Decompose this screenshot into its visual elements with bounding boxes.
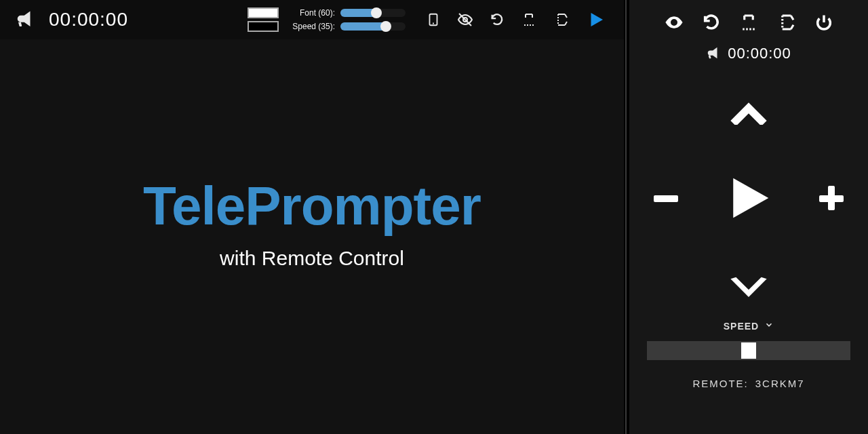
main-topbar: 00:00:00 Font (60): Speed (35): bbox=[0, 0, 624, 39]
scroll-speed-slider[interactable] bbox=[340, 22, 406, 31]
remote-iconbar bbox=[664, 12, 833, 33]
tablet-icon[interactable] bbox=[426, 12, 441, 27]
bullhorn-icon bbox=[706, 46, 721, 61]
eye-icon[interactable] bbox=[664, 12, 684, 33]
remote-code-label: REMOTE: bbox=[692, 378, 748, 389]
font-size-label: Font (60): bbox=[300, 8, 335, 18]
speed-down-button[interactable] bbox=[727, 271, 770, 301]
flip-vertical-icon[interactable] bbox=[776, 12, 797, 33]
power-icon[interactable] bbox=[814, 13, 833, 32]
flip-horizontal-icon[interactable] bbox=[521, 12, 537, 28]
main-pane: 00:00:00 Font (60): Speed (35): bbox=[0, 0, 624, 434]
remote-speed-slider[interactable] bbox=[647, 341, 850, 360]
svg-point-4 bbox=[673, 21, 676, 24]
background-color-swatch[interactable] bbox=[248, 21, 279, 32]
remote-code-row: REMOTE: 3CRKM7 bbox=[692, 378, 804, 389]
script-viewport: TelePrompter with Remote Control bbox=[0, 39, 624, 434]
eye-slash-icon[interactable] bbox=[457, 12, 473, 28]
remote-pane: 00:00:00 SPEED REM bbox=[629, 0, 868, 434]
chevron-down-icon bbox=[764, 320, 774, 332]
remote-code-value: 3CRKM7 bbox=[755, 378, 805, 389]
remote-timer-row: 00:00:00 bbox=[706, 45, 791, 62]
font-size-slider[interactable] bbox=[340, 9, 406, 17]
flip-vertical-icon[interactable] bbox=[553, 12, 570, 28]
script-title: TelePrompter bbox=[143, 175, 481, 237]
main-timer: 00:00:00 bbox=[49, 9, 128, 31]
minus-button[interactable] bbox=[650, 182, 682, 214]
direction-pad bbox=[647, 90, 850, 307]
speed-label: SPEED bbox=[724, 321, 759, 332]
color-swatches bbox=[248, 7, 279, 32]
svg-rect-7 bbox=[828, 186, 835, 210]
slider-block: Font (60): Speed (35): bbox=[292, 8, 406, 31]
remote-timer: 00:00:00 bbox=[728, 45, 791, 62]
svg-rect-5 bbox=[654, 195, 678, 202]
undo-icon[interactable] bbox=[490, 12, 505, 27]
scroll-speed-label: Speed (35): bbox=[292, 22, 335, 31]
play-button[interactable] bbox=[586, 9, 606, 30]
remote-play-button[interactable] bbox=[722, 172, 775, 224]
speed-up-button[interactable] bbox=[727, 95, 770, 125]
flip-horizontal-icon[interactable] bbox=[738, 12, 759, 33]
plus-button[interactable] bbox=[815, 182, 848, 214]
pane-divider[interactable] bbox=[624, 0, 629, 434]
script-subtitle: with Remote Control bbox=[220, 247, 404, 270]
bullhorn-icon bbox=[15, 9, 35, 30]
undo-icon[interactable] bbox=[702, 13, 721, 32]
speed-section-header[interactable]: SPEED bbox=[724, 320, 774, 332]
text-color-swatch[interactable] bbox=[248, 7, 279, 18]
